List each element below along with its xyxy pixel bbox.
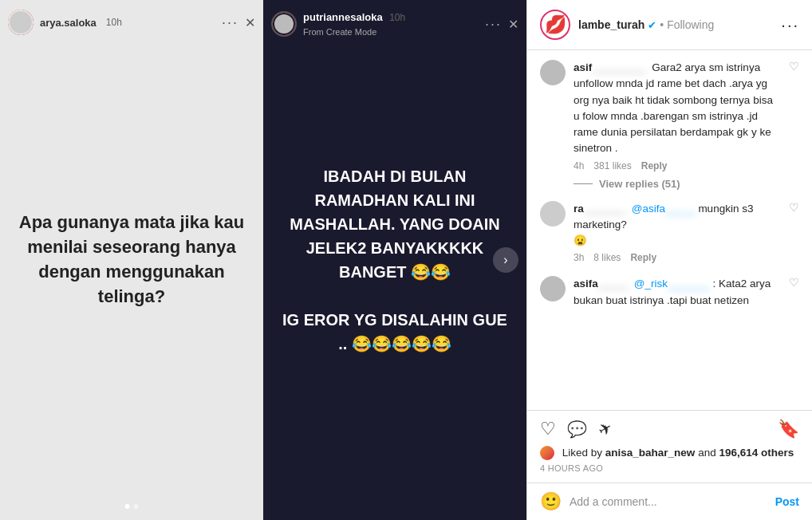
comment-1-avatar[interactable] [540,60,566,85]
bookmark-icon[interactable]: 🔖 [778,419,799,439]
story-1-header-right: ··· ✕ [222,14,255,31]
story-2-content: IBADAH DI BULAN RAMADHAN KALI INI MASHAL… [263,0,526,520]
comment-2-username[interactable]: ra_______ [574,203,625,215]
post-avatar-container: 💋 [540,10,570,40]
story-1-username[interactable]: arya.saloka [40,17,97,29]
like-icon[interactable]: ♡ [540,419,556,439]
post-username-row: lambe_turah ✔ • Following [578,18,714,31]
liked-by-text: Liked by [562,447,605,459]
comment-2-text: ra_______ @asifa_____ mungkin s3 marketi… [574,201,781,250]
story-1-header: arya.saloka 10h ··· ✕ [0,0,263,45]
view-replies-line [574,183,593,184]
comment-input[interactable] [570,495,767,508]
verified-icon: ✔ [648,19,656,31]
story-2-next-btn[interactable]: › [493,247,518,273]
story-2: putriannesaloka 10h From Create Mode ···… [263,0,526,520]
comment-1-likes: 381 likes [593,160,631,171]
story-2-time: 10h [389,12,405,23]
story-2-avatar[interactable] [271,11,297,37]
comment-3-text: asifa_____ @_risk_______ : Kata2 arya bu… [574,276,781,309]
comment-1-meta: 4h 381 likes Reply [574,160,781,171]
comment-1-heart-icon[interactable]: ♡ [789,60,799,171]
action-icons-row: ♡ 💬 ✈ 🔖 [540,419,799,439]
comment-2-time: 3h [574,252,584,263]
post-header: 💋 lambe_turah ✔ • Following ··· [527,0,812,50]
comment-3-username[interactable]: asifa_____ [574,278,628,290]
comment-1-username[interactable]: asif_________ [574,61,646,73]
action-bar: ♡ 💬 ✈ 🔖 Liked by anisa_bahar_new and 196… [527,410,812,483]
likes-row: Liked by anisa_bahar_new and 196,614 oth… [540,446,799,460]
story-1-progress [125,504,139,509]
comment-item: asif_________ Gara2 arya sm istrinya unf… [540,60,799,171]
post-header-left: 💋 lambe_turah ✔ • Following [540,10,714,40]
post-avatar[interactable]: 💋 [540,10,570,40]
story-2-dots-icon[interactable]: ··· [485,16,502,33]
share-icon[interactable]: ✈ [594,417,616,440]
story-1-time: 10h [106,17,122,28]
others-count: 196,614 others [719,447,794,459]
comment-3-avatar[interactable] [540,276,566,301]
comment-2-body: ra_______ @asifa_____ mungkin s3 marketi… [574,201,781,264]
comments-area: asif_________ Gara2 arya sm istrinya unf… [527,50,812,410]
comment-2-likes: 8 likes [593,252,621,263]
comment-2-meta: 3h 8 likes Reply [574,252,781,263]
post-username[interactable]: lambe_turah [578,18,644,31]
comment-3-heart-icon[interactable]: ♡ [789,276,799,309]
comment-1-text: asif_________ Gara2 arya sm istrinya unf… [574,60,781,157]
story-1-header-left: arya.saloka 10h [8,10,122,35]
story-2-close-icon[interactable]: ✕ [508,17,518,32]
post-options-icon[interactable]: ··· [781,16,799,34]
liked-user[interactable]: anisa_bahar_new [605,447,696,459]
comment-item: ra_______ @asifa_____ mungkin s3 marketi… [540,201,799,264]
comment-item: asifa_____ @_risk_______ : Kata2 arya bu… [540,276,799,309]
story-2-header-left: putriannesaloka 10h From Create Mode [271,10,405,38]
following-label[interactable]: Following [667,18,714,31]
story-1: arya.saloka 10h ··· ✕ Apa gunanya mata j… [0,0,263,520]
post-button[interactable]: Post [775,495,799,508]
comment-input-row: 🙂 Post [527,483,812,520]
post-user-info: lambe_turah ✔ • Following [578,18,714,31]
liked-avatar [540,446,554,460]
comment-2-avatar[interactable] [540,201,566,227]
story-1-avatar[interactable] [8,10,34,35]
and-text: and [698,447,719,459]
story-2-header-right: ··· ✕ [485,16,518,33]
story-2-username[interactable]: putriannesaloka [303,11,383,23]
progress-dot-2 [134,504,139,509]
story-2-from-mode: From Create Mode [303,27,376,37]
story-1-content: Apa gunanya mata jika kau menilai seseor… [0,0,263,520]
comments-panel: 💋 lambe_turah ✔ • Following ··· asif____… [526,0,812,520]
view-replies-text[interactable]: View replies (51) [599,178,680,190]
story-1-text: Apa gunanya mata jika kau menilai seseor… [16,211,247,309]
comment-1-time: 4h [574,160,584,171]
view-replies-btn[interactable]: View replies (51) [574,178,799,190]
comment-3-body: asifa_____ @_risk_______ : Kata2 arya bu… [574,276,781,309]
stories-panel: arya.saloka 10h ··· ✕ Apa gunanya mata j… [0,0,526,520]
emoji-icon[interactable]: 🙂 [540,491,562,512]
story-1-close-icon[interactable]: ✕ [245,15,255,30]
time-ago: 4 HOURS AGO [540,463,799,473]
comment-2-reply-btn[interactable]: Reply [630,252,656,263]
progress-dot-1 [125,504,130,509]
comment-2-heart-icon[interactable]: ♡ [789,201,799,264]
story-1-dots-icon[interactable]: ··· [222,14,238,31]
comment-1-body: asif_________ Gara2 arya sm istrinya unf… [574,60,781,171]
story-2-text: IBADAH DI BULAN RAMADHAN KALI INI MASHAL… [279,164,510,356]
dot-separator: • [660,18,664,31]
comment-icon[interactable]: 💬 [567,420,587,439]
comment-1-reply-btn[interactable]: Reply [641,160,668,171]
story-2-header: putriannesaloka 10h From Create Mode ···… [263,0,526,48]
